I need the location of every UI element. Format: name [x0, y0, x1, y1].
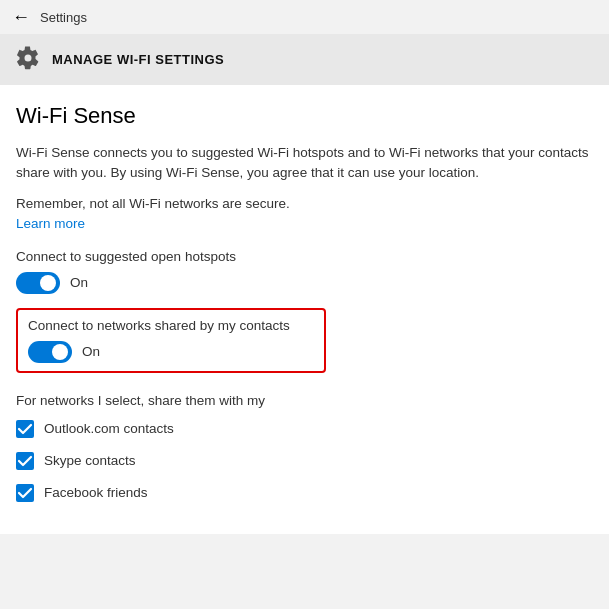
toggle-label-hotspots: Connect to suggested open hotspots [16, 249, 593, 264]
header-title: Settings [40, 10, 87, 25]
toggle-state-contacts: On [82, 344, 100, 359]
reminder-text: Remember, not all Wi-Fi networks are sec… [16, 196, 593, 211]
checkbox-row-skype: Skype contacts [16, 452, 593, 470]
share-section: For networks I select, share them with m… [16, 393, 593, 502]
share-label: For networks I select, share them with m… [16, 393, 593, 408]
page-title: Wi-Fi Sense [16, 103, 593, 129]
header-bar: ← Settings [0, 0, 609, 34]
settings-header-title: MANAGE WI-FI SETTINGS [52, 52, 224, 67]
checkbox-row-facebook: Facebook friends [16, 484, 593, 502]
toggle-state-hotspots: On [70, 275, 88, 290]
highlighted-section: Connect to networks shared by my contact… [16, 308, 326, 373]
toggle-label-contacts: Connect to networks shared by my contact… [28, 318, 314, 333]
toggle-row-contacts: On [28, 341, 314, 363]
description-text: Wi-Fi Sense connects you to suggested Wi… [16, 143, 593, 184]
toggle-track-contacts [28, 341, 72, 363]
main-content: Wi-Fi Sense Wi-Fi Sense connects you to … [0, 85, 609, 534]
checkbox-outlook-icon[interactable] [16, 420, 34, 438]
toggle-contacts[interactable] [28, 341, 72, 363]
checkbox-row-outlook: Outlook.com contacts [16, 420, 593, 438]
toggle-section-hotspots: Connect to suggested open hotspots On [16, 249, 593, 294]
settings-header: MANAGE WI-FI SETTINGS [0, 34, 609, 85]
checkbox-skype-icon[interactable] [16, 452, 34, 470]
toggle-track-hotspots [16, 272, 60, 294]
checkbox-facebook-icon[interactable] [16, 484, 34, 502]
learn-more-link[interactable]: Learn more [16, 216, 85, 231]
gear-icon [16, 46, 40, 73]
checkbox-label-outlook: Outlook.com contacts [44, 421, 174, 436]
toggle-row-hotspots: On [16, 272, 593, 294]
toggle-thumb-contacts [52, 344, 68, 360]
toggle-thumb-hotspots [40, 275, 56, 291]
checkbox-label-facebook: Facebook friends [44, 485, 148, 500]
back-button[interactable]: ← [12, 8, 30, 26]
toggle-hotspots[interactable] [16, 272, 60, 294]
checkbox-label-skype: Skype contacts [44, 453, 136, 468]
